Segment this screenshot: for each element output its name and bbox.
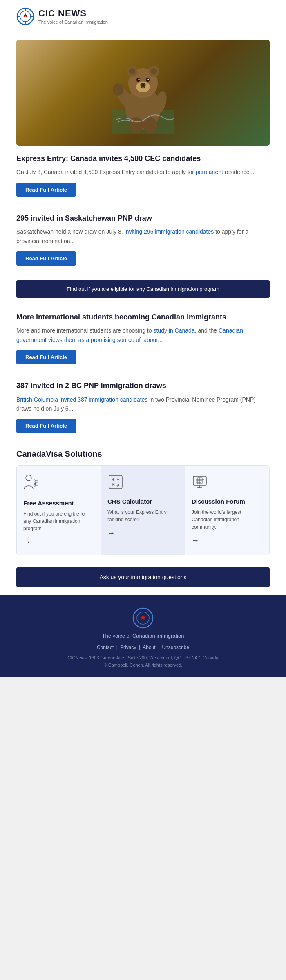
footer-privacy-link[interactable]: Privacy	[120, 645, 136, 650]
svg-point-28	[34, 480, 36, 481]
svg-point-23	[118, 84, 123, 89]
footer-address: CICNews, 1303 Greene Ave., Suite 200, We…	[16, 654, 270, 669]
solution-card-discussion-forum[interactable]: Discussion Forum Join the world's larges…	[185, 466, 269, 555]
article-3-read-button[interactable]: Read Full Article	[16, 350, 76, 364]
article-4-read-button[interactable]: Read Full Article	[16, 419, 76, 433]
article-1-read-button[interactable]: Read Full Article	[16, 183, 76, 197]
article-3-excerpt: More and more international students are…	[16, 326, 270, 344]
solution-card-free-assessment[interactable]: Free Assessment Find out if you are elig…	[17, 466, 101, 555]
solutions-title: CanadaVisa Solutions	[16, 449, 270, 459]
footer-unsubscribe-link[interactable]: Unsubscribe	[162, 645, 189, 650]
svg-point-15	[146, 78, 150, 82]
article-2-section: 295 invited in Saskatchewan PNP draw Sas…	[0, 205, 286, 274]
article-1-excerpt: On July 8, Canada invited 4,500 Express …	[16, 167, 270, 176]
footer-links: Contact | Privacy | About | Unsubscribe	[16, 645, 270, 650]
article-3-title: More international students becoming Can…	[16, 313, 270, 322]
bear-illustration	[110, 52, 176, 134]
logo-text: CIC NEWS	[38, 8, 108, 19]
svg-point-16	[139, 79, 140, 80]
svg-point-10	[129, 68, 135, 74]
svg-rect-34	[109, 475, 122, 489]
footer-logo-icon	[132, 607, 154, 629]
article-2-title: 295 invited in Saskatchewan PNP draw	[16, 214, 270, 223]
cta-banner[interactable]: Find out if you are eligible for any Can…	[16, 280, 270, 298]
hero-image	[16, 40, 270, 146]
free-assessment-arrow[interactable]: →	[23, 538, 94, 547]
svg-point-12	[151, 68, 157, 74]
free-assessment-name: Free Assessment	[23, 500, 94, 507]
svg-point-18	[140, 83, 145, 87]
solutions-section: CanadaVisa Solutions	[0, 441, 286, 563]
crs-calculator-arrow[interactable]: →	[107, 529, 178, 538]
hero-image-container	[0, 31, 286, 146]
site-header: CIC NEWS The voice of Canadian immigrati…	[0, 0, 286, 31]
footer-tagline: The voice of Canadian immigration	[16, 633, 270, 639]
crs-calculator-name: CRS Calculator	[107, 498, 178, 505]
article-1-title: Express Entry: Canada invites 4,500 CEC …	[16, 154, 270, 163]
logo-tagline: The voice of Canadian immigration	[38, 20, 108, 25]
article-1-section: Express Entry: Canada invites 4,500 CEC …	[0, 146, 286, 205]
crs-calculator-desc: What is your Express Entry ranking score…	[107, 509, 178, 523]
article-3-section: More international students becoming Can…	[0, 304, 286, 373]
discussion-forum-arrow[interactable]: →	[192, 536, 263, 545]
article-2-excerpt: Saskatchewan held a new draw on July 8, …	[16, 227, 270, 246]
free-assessment-desc: Find out if you are eligible for any Can…	[23, 510, 94, 532]
svg-point-32	[34, 484, 36, 486]
cic-logo-icon	[16, 7, 34, 25]
svg-point-14	[136, 78, 141, 82]
discussion-forum-desc: Join the world's largest Canadian immigr…	[192, 509, 263, 531]
article-4-excerpt: British Columbia invited 387 immigration…	[16, 395, 270, 413]
article-4-section: 387 invited in 2 BC PNP immigration draw…	[0, 373, 286, 441]
footer-contact-link[interactable]: Contact	[97, 645, 114, 650]
calculator-icon	[107, 474, 178, 493]
person-icon	[23, 474, 94, 495]
article-4-title: 387 invited in 2 BC PNP immigration draw…	[16, 381, 270, 391]
svg-point-27	[26, 475, 31, 481]
solution-card-crs-calculator[interactable]: CRS Calculator What is your Express Entr…	[101, 466, 185, 555]
site-footer: The voice of Canadian immigration Contac…	[0, 595, 286, 677]
forum-icon	[192, 474, 263, 493]
footer-about-link[interactable]: About	[143, 645, 155, 650]
discussion-forum-name: Discussion Forum	[192, 498, 263, 505]
ask-banner[interactable]: Ask us your immigration questions	[16, 567, 270, 587]
svg-point-17	[147, 79, 149, 80]
article-2-read-button[interactable]: Read Full Article	[16, 251, 76, 266]
svg-point-30	[34, 482, 36, 484]
solutions-grid: Free Assessment Find out if you are elig…	[16, 465, 270, 555]
